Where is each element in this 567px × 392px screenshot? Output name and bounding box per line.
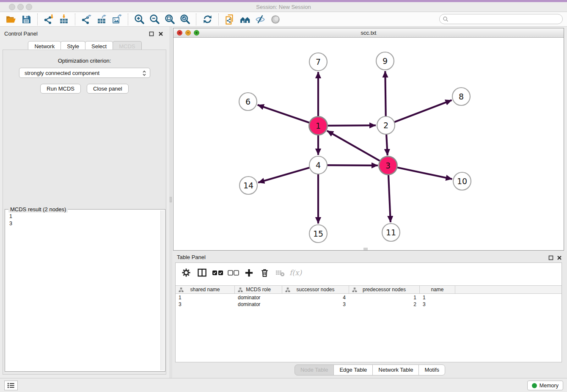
graph-node-label-7: 7 (316, 57, 321, 66)
control-panel-tabs: NetworkStyleSelectMCDS (0, 41, 169, 50)
cell-predecessor-nodes[interactable]: 1 (349, 294, 420, 301)
duplicate-network-button[interactable] (222, 13, 237, 26)
zoom-out-icon (149, 14, 160, 25)
edge-4-14[interactable] (258, 165, 318, 182)
graph-node-label-3: 3 (385, 161, 391, 170)
table-settings-button[interactable] (180, 266, 193, 279)
criterion-value: strongly connected component (25, 70, 99, 76)
save-session-button[interactable] (19, 13, 34, 26)
column-tree-icon (238, 287, 243, 294)
hide-graphics-details-button[interactable] (253, 13, 268, 26)
table-row-2[interactable]: 3dominator323 (176, 301, 561, 308)
mcds-result-title: MCDS result (2 nodes) (8, 206, 68, 213)
tab-node-table[interactable]: Node Table (295, 364, 334, 375)
refresh-view-button[interactable] (200, 13, 215, 26)
zoom-selected-button[interactable] (177, 13, 193, 26)
run-mcds-button[interactable]: Run MCDS (40, 84, 81, 94)
close-panel-icon[interactable] (158, 31, 163, 36)
memory-button[interactable]: Memory (527, 381, 563, 390)
table-rows: 1dominator4113dominator323 (176, 294, 561, 308)
delete-column-button[interactable] (258, 266, 271, 279)
edge-3-1[interactable] (327, 131, 388, 166)
app-title: Session: New Session (0, 2, 567, 12)
task-history-button[interactable] (4, 381, 18, 390)
export-image-icon (112, 14, 122, 25)
search-field-wrap (439, 14, 563, 24)
status-bar: Memory (0, 378, 567, 392)
mcds-result-box: MCDS result (2 nodes) 1 3 (5, 209, 165, 372)
function-builder-icon: f(x) (289, 268, 302, 277)
cell-shared-name[interactable]: 1 (176, 294, 235, 301)
import-table-button[interactable] (56, 13, 72, 26)
deselect-all-rows-button[interactable] (227, 266, 239, 279)
graph-node-label-1: 1 (316, 121, 321, 130)
tab-edge-table[interactable]: Edge Table (333, 364, 373, 375)
column-header-label: name (431, 287, 443, 293)
edge-3-10[interactable] (388, 166, 452, 179)
criterion-dropdown[interactable]: strongly connected component (19, 68, 150, 78)
cell-MCDS-role[interactable]: dominator (235, 301, 282, 308)
column-header-name[interactable]: name (420, 286, 455, 293)
network-graph-canvas[interactable]: 1234678910111415 (173, 38, 564, 250)
vertical-splitter-handle[interactable] (170, 197, 172, 202)
export-image-button[interactable] (109, 13, 124, 26)
zoom-fit-button[interactable] (162, 13, 177, 26)
network-window-titlebar[interactable]: scc.txt (173, 28, 564, 38)
delete-table-button-disabled (274, 266, 286, 279)
float-panel-icon[interactable] (149, 31, 154, 36)
cell-name[interactable]: 1 (420, 294, 455, 301)
unchecked-boxes-icon (228, 270, 239, 276)
cell-name[interactable]: 3 (420, 301, 455, 308)
toolbar-separator (128, 14, 128, 25)
create-column-button[interactable] (242, 266, 255, 279)
gear-icon (181, 268, 191, 278)
float-table-panel-icon[interactable] (548, 255, 553, 260)
open-in-browser-button[interactable] (237, 13, 253, 26)
import-network-button[interactable] (41, 13, 56, 26)
memory-label: Memory (539, 383, 559, 389)
toggle-overview-button[interactable] (268, 13, 283, 26)
graph-node-label-14: 14 (243, 181, 253, 190)
cell-successor-nodes[interactable]: 4 (282, 294, 349, 301)
search-input[interactable] (439, 14, 563, 24)
mcds-buttons-row: Run MCDS Close panel (3, 84, 166, 94)
graph-node-label-15: 15 (313, 229, 323, 238)
graph-node-label-9: 9 (383, 56, 388, 66)
mcds-result-scrollbar[interactable] (160, 210, 164, 370)
network-splitter-handle[interactable] (363, 248, 368, 250)
list-icon (7, 382, 15, 389)
network-window-title: scc.txt (173, 28, 564, 38)
cell-successor-nodes[interactable]: 3 (282, 301, 349, 308)
export-network-icon (81, 14, 92, 25)
network-view-window: scc.txt 1234678910111415 (173, 28, 564, 251)
column-header-MCDS-role[interactable]: MCDS role (235, 286, 282, 293)
table-row-1[interactable]: 1dominator411 (176, 294, 561, 301)
vertical-splitter[interactable] (169, 27, 172, 378)
column-header-predecessor-nodes[interactable]: predecessor nodes (349, 286, 420, 293)
columns-icon (197, 268, 207, 278)
main-toolbar (0, 12, 567, 27)
graph-node-label-10: 10 (457, 177, 467, 186)
tab-motifs[interactable]: Motifs (418, 364, 445, 375)
zoom-out-button[interactable] (147, 13, 162, 26)
overview-lens-icon (270, 14, 281, 25)
import-network-icon (44, 14, 54, 25)
export-table-button[interactable] (94, 13, 109, 26)
cell-predecessor-nodes[interactable]: 2 (349, 301, 420, 308)
zoom-in-button[interactable] (132, 13, 147, 26)
export-network-button[interactable] (79, 13, 94, 26)
column-header-label: MCDS role (246, 287, 271, 293)
close-table-panel-icon[interactable] (557, 255, 562, 260)
cell-shared-name[interactable]: 3 (176, 301, 235, 308)
toolbar-separator (75, 14, 75, 25)
show-column-button[interactable] (195, 266, 208, 279)
tab-network-table[interactable]: Network Table (372, 364, 419, 375)
edge-2-8[interactable] (386, 100, 452, 125)
cell-MCDS-role[interactable]: dominator (235, 294, 282, 301)
column-header-shared-name[interactable]: shared name (176, 286, 235, 293)
close-panel-button[interactable]: Close panel (87, 84, 129, 94)
eye-slash-icon (255, 14, 266, 25)
column-header-successor-nodes[interactable]: successor nodes (282, 286, 349, 293)
select-all-rows-button[interactable] (211, 266, 224, 279)
open-session-button[interactable] (3, 13, 19, 26)
